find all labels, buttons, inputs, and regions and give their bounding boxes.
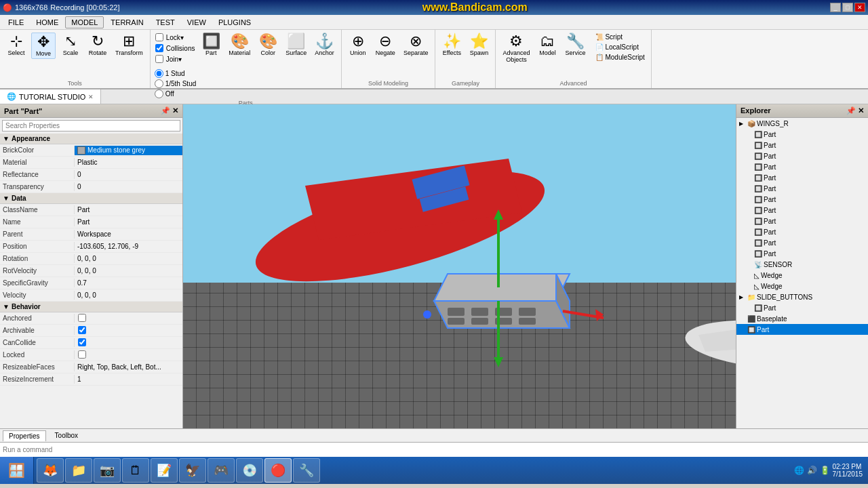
anchored-value[interactable] xyxy=(75,312,182,324)
pin-icon[interactable]: 📌 xyxy=(161,106,170,115)
locked-checkbox[interactable] xyxy=(78,350,86,359)
tab-properties[interactable]: Properties xyxy=(3,430,46,441)
start-button[interactable]: 🪟 xyxy=(0,457,34,484)
data-section-header[interactable]: ▼ Data xyxy=(0,193,182,204)
advanced-objects-icon: ⚙ xyxy=(509,34,523,49)
taskbar-app-notepad[interactable]: 🗒 xyxy=(122,458,149,483)
explorer-item-part-9[interactable]: 🔲 Part xyxy=(736,216,868,226)
transform-button[interactable]: ⊞ Transform xyxy=(113,33,146,58)
cancollide-value[interactable] xyxy=(75,337,182,348)
taskbar-app-files[interactable]: 📁 xyxy=(65,458,92,483)
explorer-item-part-1[interactable]: 🔲 Part xyxy=(736,129,868,140)
move-button[interactable]: ✥ Move xyxy=(31,33,56,59)
archivable-checkbox[interactable] xyxy=(78,326,86,334)
union-button[interactable]: ⊕ Union xyxy=(346,33,370,58)
ribbon-tools-group: ⊹ Select ✥ Move ⤡ Scale ↻ Rotate ⊞ Trans… xyxy=(0,30,151,88)
explorer-item-part-3[interactable]: 🔲 Part xyxy=(736,150,868,161)
appearance-section-header[interactable]: ▼ Appearance xyxy=(0,134,182,144)
script-button[interactable]: 📜 Script xyxy=(593,33,646,41)
taskbar-app-steam[interactable]: 💿 xyxy=(236,458,263,483)
taskbar-app-word[interactable]: 📝 xyxy=(151,458,178,483)
stud-off-radio[interactable] xyxy=(155,89,163,98)
select-button[interactable]: ⊹ Select xyxy=(4,33,28,58)
lock-checkbox[interactable] xyxy=(155,33,163,41)
menu-terrain[interactable]: TERRAIN xyxy=(105,17,149,28)
close-properties-icon[interactable]: ✕ xyxy=(172,106,178,115)
command-input[interactable] xyxy=(3,446,865,453)
taskbar-app-roblox[interactable]: 🔴 xyxy=(264,458,292,483)
collisions-checkbox[interactable] xyxy=(155,44,163,52)
menu-plugins[interactable]: PLUGINS xyxy=(213,17,256,28)
taskbar-app-bird[interactable]: 🦅 xyxy=(179,458,206,483)
minimize-button[interactable]: _ xyxy=(830,3,841,12)
cancollide-checkbox[interactable] xyxy=(78,338,86,346)
explorer-item-part-selected[interactable]: 🔲 Part xyxy=(736,324,868,335)
menu-test[interactable]: TEST xyxy=(151,17,180,28)
color-button[interactable]: 🎨 Color xyxy=(256,33,280,58)
maximize-button[interactable]: □ xyxy=(842,3,853,12)
explorer-item-slide-buttons[interactable]: ▶ 📁 SLIDE_BUTTONS xyxy=(736,291,868,302)
explorer-item-part-11[interactable]: 🔲 Part xyxy=(736,237,868,248)
join-checkbox[interactable] xyxy=(155,55,163,63)
effects-button[interactable]: ✨ Effects xyxy=(439,33,464,58)
brickcolor-value[interactable]: Medium stone grey xyxy=(75,146,182,155)
close-button[interactable]: ✕ xyxy=(854,3,865,12)
model-button[interactable]: 🗂 Model xyxy=(535,33,559,58)
scale-button[interactable]: ⤡ Scale xyxy=(58,33,83,58)
surface-button[interactable]: ⬜ Surface xyxy=(283,33,309,58)
anchor-button[interactable]: ⚓ Anchor xyxy=(312,33,337,58)
explorer-item-part-12[interactable]: 🔲 Part xyxy=(736,248,868,259)
material-button[interactable]: 🎨 Material xyxy=(226,33,253,58)
blue-handle-left[interactable] xyxy=(423,310,431,319)
explorer-panel: Explorer 📌 ✕ ▶ 📦 WINGS_R 🔲 Part 🔲 Part xyxy=(736,104,868,428)
taskbar-app-tools[interactable]: 🔧 xyxy=(293,458,320,483)
explorer-item-part-7[interactable]: 🔲 Part xyxy=(736,194,868,205)
viewport[interactable] xyxy=(183,104,736,428)
explorer-item-part-2[interactable]: 🔲 Part xyxy=(736,140,868,150)
locked-value[interactable] xyxy=(75,349,182,361)
stud-1-radio[interactable] xyxy=(155,69,163,78)
spawn-button[interactable]: ⭐ Spawn xyxy=(467,33,491,58)
select-label: Select xyxy=(7,49,24,56)
taskbar-app-game[interactable]: 🎮 xyxy=(208,458,235,483)
localscript-button[interactable]: 📄 LocalScript xyxy=(593,43,646,52)
explorer-item-wings[interactable]: ▶ 📦 WINGS_R xyxy=(736,118,868,129)
menu-home[interactable]: HOME xyxy=(31,17,64,28)
explorer-item-part-6[interactable]: 🔲 Part xyxy=(736,183,868,194)
explorer-item-slide-part[interactable]: 🔲 Part xyxy=(736,302,868,313)
modulescript-button[interactable]: 📋 ModuleScript xyxy=(593,53,646,62)
archivable-value[interactable] xyxy=(75,325,182,336)
tab-toolbox[interactable]: Toolbox xyxy=(49,430,84,441)
explorer-item-part-5[interactable]: 🔲 Part xyxy=(736,172,868,183)
negate-icon: ⊖ xyxy=(379,34,391,49)
explorer-item-baseplate[interactable]: ⬛ Baseplate xyxy=(736,313,868,324)
taskbar-app-browser[interactable]: 🦊 xyxy=(37,458,64,483)
explorer-item-wedge-2[interactable]: ◺ Wedge xyxy=(736,281,868,291)
close-explorer-icon[interactable]: ✕ xyxy=(858,106,864,115)
service-button[interactable]: 🔧 Service xyxy=(562,33,588,58)
properties-header: Part "Part" 📌 ✕ xyxy=(0,104,182,118)
negate-button[interactable]: ⊖ Negate xyxy=(373,33,398,58)
separate-button[interactable]: ⊗ Separate xyxy=(401,33,431,58)
explorer-item-wedge-1[interactable]: ◺ Wedge xyxy=(736,270,868,281)
menu-file[interactable]: FILE xyxy=(3,17,29,28)
taskbar-app-photo[interactable]: 📷 xyxy=(94,458,121,483)
anchored-checkbox[interactable] xyxy=(78,314,86,322)
behavior-section-header[interactable]: ▼ Behavior xyxy=(0,302,182,312)
explorer-item-sensor[interactable]: 📡 SENSOR xyxy=(736,259,868,270)
part-button[interactable]: 🔲 Part xyxy=(199,33,223,58)
effects-label: Effects xyxy=(443,49,461,56)
explorer-item-part-8[interactable]: 🔲 Part xyxy=(736,205,868,216)
menu-model[interactable]: MODEL xyxy=(65,16,104,28)
search-properties-input[interactable] xyxy=(2,120,180,131)
rotate-button[interactable]: ↻ Rotate xyxy=(85,33,110,58)
menu-view[interactable]: VIEW xyxy=(182,17,212,28)
ribbon-solidmodeling-group: ⊕ Union ⊖ Negate ⊗ Separate Solid Modeli… xyxy=(342,30,436,88)
stud-5th-radio[interactable] xyxy=(155,79,163,88)
explorer-item-part-4[interactable]: 🔲 Part xyxy=(736,161,868,172)
advanced-objects-button[interactable]: ⚙ AdvancedObjects xyxy=(500,33,532,64)
tab-close-button[interactable]: ✕ xyxy=(88,94,94,100)
tab-tutorial-studio[interactable]: 🌐 TUTORIAL STUDIO ✕ xyxy=(0,89,101,104)
pin-explorer-icon[interactable]: 📌 xyxy=(846,106,856,115)
explorer-item-part-10[interactable]: 🔲 Part xyxy=(736,226,868,237)
